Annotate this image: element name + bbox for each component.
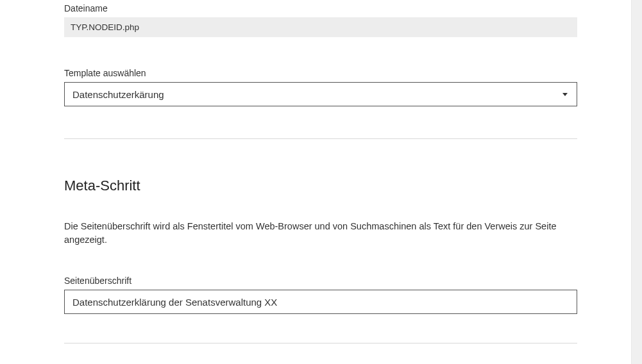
dateiname-value: TYP.NODEID.php <box>64 17 577 37</box>
section-divider <box>64 138 577 139</box>
form-content: Dateiname TYP.NODEID.php Template auswäh… <box>0 0 577 343</box>
page-title-input[interactable] <box>64 290 577 314</box>
template-label: Template auswählen <box>64 68 577 78</box>
meta-help-text: Die Seitenüberschrift wird als Fensterti… <box>64 220 577 247</box>
template-select[interactable]: Datenschutzerkärung <box>64 82 577 106</box>
template-selected-value: Datenschutzerkärung <box>72 89 562 100</box>
chevron-down-icon <box>562 93 568 96</box>
meta-section-heading: Meta-Schritt <box>64 178 577 194</box>
scrollbar[interactable] <box>631 0 642 364</box>
page-title-label: Seitenüberschrift <box>64 276 577 286</box>
section-divider-bottom <box>64 343 577 343</box>
dateiname-label: Dateiname <box>64 3 577 13</box>
